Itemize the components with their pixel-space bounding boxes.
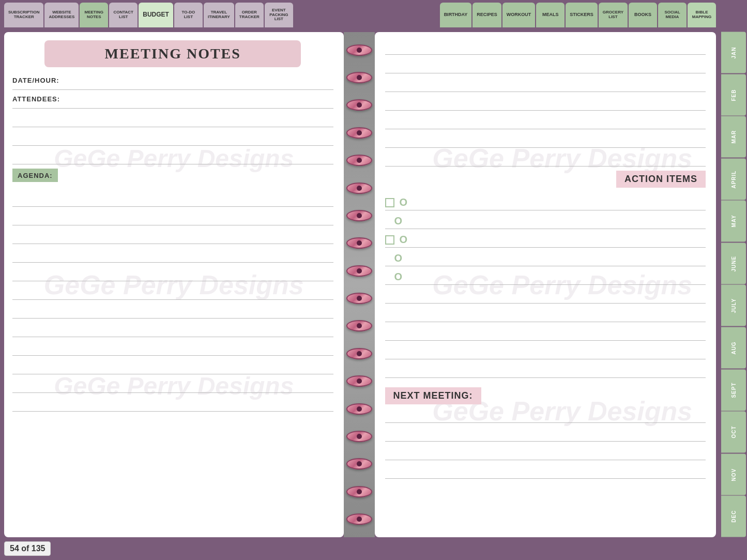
right-blank-12[interactable] <box>385 364 706 378</box>
action-circle-1: O <box>400 196 408 208</box>
spiral-binding <box>344 32 375 537</box>
right-blank-10[interactable] <box>385 326 706 341</box>
right-blank-16[interactable] <box>385 464 706 479</box>
planner-container: GeGe Perry Designs GeGe Perry Designs Ge… <box>0 30 720 539</box>
right-blank-14[interactable] <box>385 427 706 442</box>
month-tab-aug[interactable]: AUG <box>721 327 746 369</box>
right-page: GeGe Perry Designs GeGe Perry Designs Ge… <box>375 32 716 537</box>
blank-line-4[interactable] <box>12 192 333 207</box>
tab-grocery-list[interactable]: GROCERYLIST <box>599 3 628 27</box>
agenda-label-box: AGENDA: <box>12 169 58 182</box>
top-navigation: SUBSCRIPTIONTRACKER WEBSITEADDRESSES MEE… <box>0 0 747 30</box>
meeting-notes-title: MEETING NOTES <box>105 46 241 62</box>
right-blank-8[interactable] <box>385 289 706 304</box>
attendees-field[interactable]: ATTENDEES: <box>12 94 333 109</box>
nav-right-tabs: BIRTHDAY Recipes WORKOUT MEALS STICKERS … <box>440 3 716 27</box>
tab-website-addresses[interactable]: WEBSITEADDRESSES <box>44 3 79 27</box>
spiral-coil-10 <box>346 293 372 304</box>
page-counter: 54 of 135 <box>4 541 51 556</box>
tab-budget[interactable]: Budget <box>139 3 173 27</box>
right-blank-6[interactable] <box>385 133 706 148</box>
month-tab-mar[interactable]: MAR <box>721 116 746 158</box>
spiral-coil-9 <box>346 265 372 277</box>
blank-line-6[interactable] <box>12 230 333 244</box>
tab-birthday[interactable]: BIRTHDAY <box>440 3 472 27</box>
spiral-coil-5 <box>346 155 372 166</box>
tab-social-media[interactable]: SOCIALMEDIA <box>658 3 687 27</box>
blank-line-11[interactable] <box>12 323 333 337</box>
blank-line-3[interactable] <box>12 150 333 164</box>
action-items-title: ACTION ITEMS <box>616 171 706 188</box>
left-page-content: MEETING NOTES DATE/HOUR: ATTENDEES: AGEN… <box>12 40 333 412</box>
attendees-label: ATTENDEES: <box>12 95 60 103</box>
right-page-content: ACTION ITEMS O O O O O <box>385 40 706 479</box>
spiral-coil-1 <box>346 44 372 56</box>
right-blank-7[interactable] <box>385 152 706 167</box>
agenda-label: AGENDA: <box>18 172 53 179</box>
blank-line-10[interactable] <box>12 304 333 319</box>
right-blank-2[interactable] <box>385 59 706 73</box>
right-blank-11[interactable] <box>385 345 706 359</box>
meeting-notes-title-box: MEETING NOTES <box>44 40 301 67</box>
blank-line-13[interactable] <box>12 360 333 374</box>
blank-line-2[interactable] <box>12 131 333 146</box>
blank-line-12[interactable] <box>12 341 333 356</box>
blank-line-14[interactable] <box>12 379 333 393</box>
tab-travel-itinerary[interactable]: TRAVELITINERARY <box>204 3 234 27</box>
date-hour-field[interactable]: DATE/HOUR: <box>12 75 333 90</box>
tab-workout[interactable]: WORKOUT <box>502 3 536 27</box>
checkbox-square-1[interactable] <box>385 198 394 207</box>
action-circle-4: O <box>394 252 403 264</box>
month-tab-nov[interactable]: NOV <box>721 454 746 495</box>
action-item-3[interactable]: O <box>385 233 706 248</box>
checkbox-square-3[interactable] <box>385 235 394 245</box>
spiral-coil-18 <box>346 513 372 525</box>
tab-books[interactable]: BOOKS <box>629 3 657 27</box>
right-blank-15[interactable] <box>385 446 706 460</box>
tab-order-tracker[interactable]: OrderTracker <box>235 3 264 27</box>
right-blank-4[interactable] <box>385 96 706 111</box>
month-tabs: JAN FEB MAR APRIL MAY JUNE JULY AUG SEPT… <box>720 30 747 539</box>
month-tab-july[interactable]: JULY <box>721 285 746 326</box>
right-blank-3[interactable] <box>385 78 706 92</box>
action-item-1[interactable]: O <box>385 196 706 210</box>
tab-meals[interactable]: MEALS <box>536 3 565 27</box>
spiral-coil-13 <box>346 375 372 387</box>
blank-line-15[interactable] <box>12 397 333 412</box>
blank-line-5[interactable] <box>12 211 333 225</box>
right-blank-13[interactable] <box>385 408 706 423</box>
month-tab-sept[interactable]: SEPT <box>721 370 746 411</box>
tab-recipes[interactable]: Recipes <box>472 3 501 27</box>
month-tab-oct[interactable]: OCT <box>721 412 746 453</box>
tab-bible-mapping[interactable]: BIBLEMAppINg <box>688 3 716 27</box>
action-item-4[interactable]: O <box>385 252 706 266</box>
month-tab-june[interactable]: JUNE <box>721 243 746 284</box>
tab-meeting-notes[interactable]: MEETINGNOTES <box>80 3 108 27</box>
tab-event-packing-list[interactable]: EVENTPACKINGLIST <box>265 3 293 27</box>
spiral-coil-16 <box>346 458 372 470</box>
month-tab-april[interactable]: APRIL <box>721 159 746 200</box>
action-item-2[interactable]: O <box>385 215 706 229</box>
blank-line-7[interactable] <box>12 248 333 263</box>
action-item-5[interactable]: O <box>385 270 706 285</box>
month-tab-dec[interactable]: DEC <box>721 496 746 537</box>
spiral-coil-2 <box>346 72 372 83</box>
blank-line-8[interactable] <box>12 267 333 281</box>
blank-line-9[interactable] <box>12 285 333 300</box>
right-blank-1[interactable] <box>385 40 706 55</box>
right-blank-9[interactable] <box>385 308 706 322</box>
right-blank-5[interactable] <box>385 115 706 129</box>
spiral-coil-7 <box>346 210 372 221</box>
blank-line-1[interactable] <box>12 113 333 127</box>
tab-to-do-list[interactable]: TO-DOLIST <box>174 3 203 27</box>
month-tab-jan[interactable]: JAN <box>721 32 746 73</box>
action-circle-2: O <box>394 215 403 227</box>
tab-contact-list[interactable]: CONTACTLIST <box>109 3 138 27</box>
tab-stickers[interactable]: STICKERS <box>566 3 598 27</box>
spiral-coil-8 <box>346 237 372 249</box>
nav-left-tabs: SUBSCRIPTIONTRACKER WEBSITEADDRESSES MEE… <box>0 3 293 27</box>
tab-subscription-tracker[interactable]: SUBSCRIPTIONTRACKER <box>4 3 43 27</box>
month-tab-feb[interactable]: FEB <box>721 74 746 116</box>
month-tab-may[interactable]: MAY <box>721 201 746 242</box>
spiral-coil-3 <box>346 99 372 111</box>
